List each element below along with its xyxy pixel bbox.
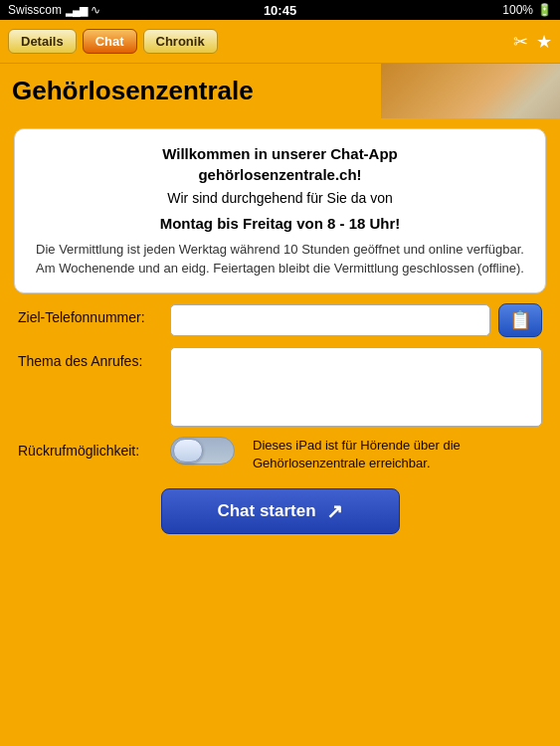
carrier-label: Swisscom <box>8 3 62 17</box>
page-title-bg-image <box>381 64 560 118</box>
thema-row: Thema des Anrufes: <box>18 347 542 427</box>
rueckruf-label: Rückrufmöglichkeit: <box>18 437 162 459</box>
phone-input-row: 📋 <box>170 303 542 337</box>
status-right: 100% 🔋 <box>502 3 552 17</box>
nav-tabs: Details Chat Chronik <box>8 29 218 54</box>
welcome-title: Willkommen in unserer Chat-Appgehörlosen… <box>35 143 525 185</box>
nav-icons: ✂ ★ <box>513 31 552 53</box>
chat-btn-row: Chat starten ↗ <box>18 488 542 534</box>
chat-btn-label: Chat starten <box>217 501 315 521</box>
rueckruf-toggle[interactable]: I <box>170 437 235 465</box>
page-title: Gehörlosenzentrale <box>0 76 254 106</box>
status-bar: Swisscom ▂▄▆ ∿ 10:45 100% 🔋 <box>0 0 560 20</box>
star-icon[interactable]: ★ <box>536 31 552 53</box>
wifi-icon: ∿ <box>91 3 100 17</box>
battery-label: 100% <box>502 3 533 17</box>
rueckruf-row: Rückrufmöglichkeit: I Dieses iPad ist fü… <box>18 437 542 472</box>
toggle-knob <box>173 439 203 463</box>
status-left: Swisscom ▂▄▆ ∿ <box>8 3 100 17</box>
time-display: 10:45 <box>264 3 296 18</box>
nav-bar: Details Chat Chronik ✂ ★ <box>0 20 560 64</box>
phone-book-button[interactable]: 📋 <box>498 303 542 337</box>
signal-bars: ▂▄▆ <box>66 4 87 17</box>
thema-input[interactable] <box>170 347 542 427</box>
toggle-note: Dieses iPad ist für Hörende über die Geh… <box>253 437 542 472</box>
chat-start-button[interactable]: Chat starten ↗ <box>161 488 400 534</box>
tab-chat[interactable]: Chat <box>83 29 137 54</box>
tab-details[interactable]: Details <box>8 29 77 54</box>
thema-label: Thema des Anrufes: <box>18 347 162 369</box>
tab-chronik[interactable]: Chronik <box>143 29 218 54</box>
welcome-subtitle: Wir sind durchgehend für Sie da von <box>35 189 525 209</box>
welcome-hours: Montag bis Freitag von 8 - 18 Uhr! <box>35 213 525 234</box>
form-area: Ziel-Telefonnummer: 📋 Thema des Anrufes:… <box>14 303 546 534</box>
phone-label: Ziel-Telefonnummer: <box>18 303 162 325</box>
phone-row: Ziel-Telefonnummer: 📋 <box>18 303 542 337</box>
main-content: Willkommen in unserer Chat-Appgehörlosen… <box>0 118 560 544</box>
toggle-wrap: I <box>170 437 235 465</box>
chat-btn-icon: ↗ <box>326 499 343 523</box>
welcome-card: Willkommen in unserer Chat-Appgehörlosen… <box>14 128 546 293</box>
page-title-area: Gehörlosenzentrale <box>0 64 560 118</box>
phone-book-icon: 📋 <box>509 309 531 331</box>
welcome-body: Die Vermittlung ist jeden Werktag währen… <box>35 240 525 279</box>
battery-icon: 🔋 <box>537 3 552 17</box>
tools-icon[interactable]: ✂ <box>513 31 528 53</box>
phone-input[interactable] <box>170 304 490 336</box>
